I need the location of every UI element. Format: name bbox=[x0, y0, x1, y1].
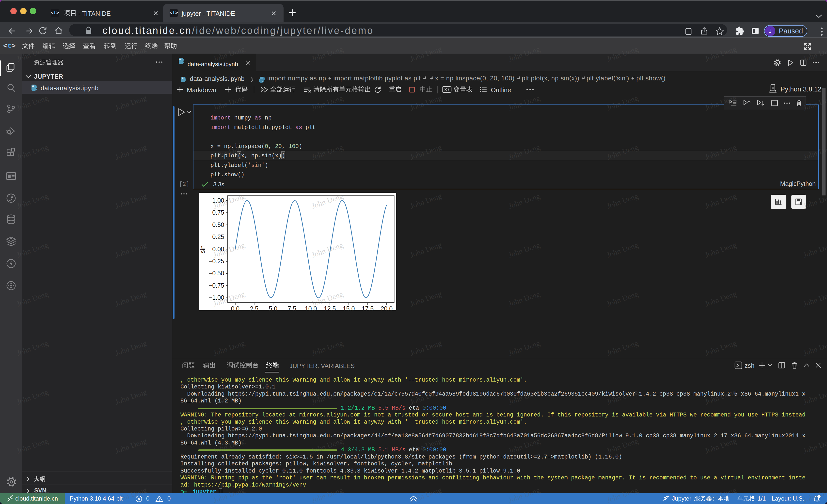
svg-text:John Deng: John Deng bbox=[704, 436, 738, 455]
svg-text:John Deng: John Deng bbox=[507, 289, 541, 308]
svg-text:sin: sin bbox=[199, 245, 206, 253]
svg-text:17.5: 17.5 bbox=[362, 305, 374, 310]
svg-text:John Deng: John Deng bbox=[802, 387, 827, 406]
svg-text:John Deng: John Deng bbox=[802, 240, 827, 259]
svg-text:0.00: 0.00 bbox=[212, 245, 224, 253]
svg-text:−0.75: −0.75 bbox=[209, 282, 224, 289]
svg-text:John Deng: John Deng bbox=[310, 339, 344, 357]
svg-text:John Deng: John Deng bbox=[409, 240, 443, 259]
svg-text:John Deng: John Deng bbox=[704, 339, 738, 357]
svg-text:John Deng: John Deng bbox=[605, 436, 639, 455]
svg-text:John Deng: John Deng bbox=[409, 339, 443, 357]
svg-text:John Deng: John Deng bbox=[507, 191, 541, 211]
svg-text:0.50: 0.50 bbox=[212, 221, 224, 228]
svg-text:20.0: 20.0 bbox=[381, 305, 393, 310]
svg-text:John Deng: John Deng bbox=[802, 289, 827, 308]
svg-text:0.75: 0.75 bbox=[212, 209, 224, 216]
svg-text:−0.25: −0.25 bbox=[209, 258, 224, 265]
svg-text:1.00: 1.00 bbox=[212, 197, 224, 204]
svg-text:John Deng: John Deng bbox=[704, 191, 738, 211]
svg-text:John Deng: John Deng bbox=[310, 436, 344, 455]
svg-text:John Deng: John Deng bbox=[507, 240, 541, 259]
svg-text:10.0: 10.0 bbox=[305, 305, 317, 310]
svg-text:0.25: 0.25 bbox=[212, 233, 224, 240]
svg-text:John Deng: John Deng bbox=[605, 289, 639, 308]
svg-text:0.0: 0.0 bbox=[231, 305, 240, 310]
svg-text:−1.00: −1.00 bbox=[209, 294, 224, 301]
svg-text:12.5: 12.5 bbox=[324, 305, 336, 310]
svg-text:John Deng: John Deng bbox=[507, 339, 541, 357]
svg-text:John Deng: John Deng bbox=[802, 339, 827, 357]
svg-text:−0.50: −0.50 bbox=[209, 270, 224, 277]
svg-text:2.5: 2.5 bbox=[250, 305, 258, 310]
svg-text:John Deng: John Deng bbox=[802, 436, 827, 455]
svg-text:5.0: 5.0 bbox=[269, 305, 277, 310]
svg-text:7.5: 7.5 bbox=[288, 305, 296, 310]
svg-text:John Deng: John Deng bbox=[212, 339, 246, 357]
svg-text:15.0: 15.0 bbox=[343, 305, 355, 310]
svg-text:John Deng: John Deng bbox=[409, 191, 443, 211]
svg-text:John Deng: John Deng bbox=[605, 191, 639, 211]
svg-text:John Deng: John Deng bbox=[507, 436, 541, 455]
svg-text:John Deng: John Deng bbox=[605, 240, 639, 259]
svg-text:John Deng: John Deng bbox=[605, 339, 639, 357]
svg-text:John Deng: John Deng bbox=[704, 289, 738, 308]
svg-text:John Deng: John Deng bbox=[409, 289, 443, 308]
svg-text:John Deng: John Deng bbox=[704, 240, 738, 259]
